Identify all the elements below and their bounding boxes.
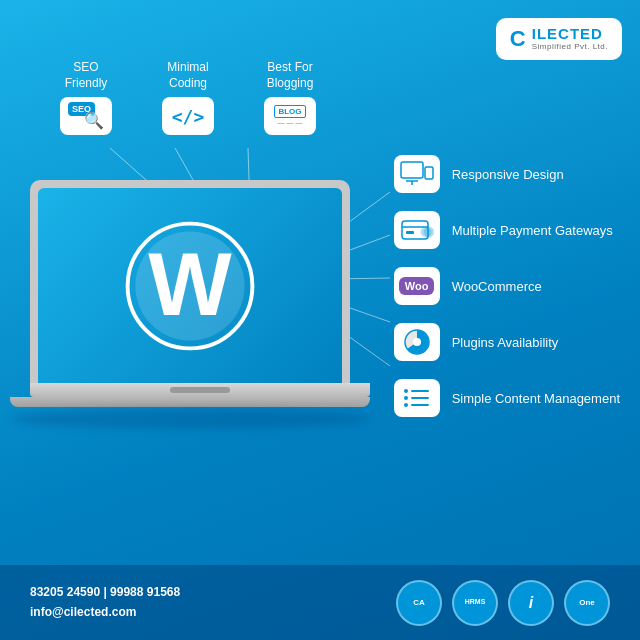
laptop-screen: W: [38, 188, 342, 383]
responsive-icon-box: [394, 155, 440, 193]
logo-text: ILECTED Simplified Pvt. Ltd.: [532, 26, 608, 51]
laptop-shadow: [10, 409, 370, 429]
logo-letter: C: [510, 26, 526, 52]
plugins-pie-icon: [402, 327, 432, 357]
right-feature-woo: Woo WooCommerce: [394, 267, 620, 305]
payment-label: Multiple Payment Gateways: [452, 223, 613, 238]
seo-icon: SEO 🔍: [68, 102, 104, 130]
cms-icon-box: [394, 379, 440, 417]
cms-label: Simple Content Management: [452, 391, 620, 406]
phone-number: 83205 24590 | 99988 91568: [30, 583, 376, 602]
plugins-icon-box: [394, 323, 440, 361]
woo-icon-box: Woo: [394, 267, 440, 305]
svg-point-19: [424, 227, 434, 237]
magnify-icon: 🔍: [84, 111, 104, 130]
logo-name: ILECTED: [532, 26, 608, 43]
svg-rect-17: [406, 231, 414, 234]
top-features: SEOFriendly SEO 🔍 MinimalCoding </> Best…: [60, 60, 316, 135]
plugins-label: Plugins Availability: [452, 335, 559, 350]
coding-icon-box: </>: [162, 97, 214, 135]
right-feature-plugins: Plugins Availability: [394, 323, 620, 361]
bottom-circles: CA HRMS i One: [396, 580, 610, 626]
laptop-container: W: [30, 180, 370, 429]
laptop-base: [30, 383, 370, 397]
payment-icon: [400, 217, 434, 243]
payment-icon-box: [394, 211, 440, 249]
list-icon: [404, 389, 429, 407]
badge-ca: CA: [396, 580, 442, 626]
svg-rect-11: [401, 162, 423, 178]
code-icon: </>: [172, 106, 205, 127]
svg-rect-12: [425, 167, 433, 179]
responsive-icon: [400, 161, 434, 187]
coding-label: MinimalCoding: [167, 60, 208, 91]
laptop-notch: [170, 387, 230, 393]
badge-one: One: [564, 580, 610, 626]
svg-point-21: [413, 338, 421, 346]
right-feature-responsive: Responsive Design: [394, 155, 620, 193]
top-feature-seo: SEOFriendly SEO 🔍: [60, 60, 112, 135]
blog-icon: BLOG — — —: [274, 105, 305, 128]
seo-icon-box: SEO 🔍: [60, 97, 112, 135]
bottom-bar: 83205 24590 | 99988 91568 info@cilected.…: [0, 565, 640, 640]
email-address: info@cilected.com: [30, 603, 376, 622]
right-features: Responsive Design Multiple Payment Gatew…: [394, 155, 620, 417]
seo-label: SEOFriendly: [65, 60, 108, 91]
right-feature-cms: Simple Content Management: [394, 379, 620, 417]
badge-hrms: HRMS: [452, 580, 498, 626]
woocommerce-icon: Woo: [399, 277, 435, 295]
top-feature-coding: MinimalCoding </>: [162, 60, 214, 135]
right-feature-payment: Multiple Payment Gateways: [394, 211, 620, 249]
blog-label: Best ForBlogging: [267, 60, 314, 91]
laptop-foot: [10, 397, 370, 407]
svg-text:W: W: [148, 234, 232, 333]
woo-label: WooCommerce: [452, 279, 542, 294]
top-feature-blog: Best ForBlogging BLOG — — —: [264, 60, 316, 135]
wordpress-logo: W: [125, 221, 255, 351]
responsive-label: Responsive Design: [452, 167, 564, 182]
logo-badge: C ILECTED Simplified Pvt. Ltd.: [496, 18, 622, 60]
laptop-screen-outer: W: [30, 180, 350, 383]
contact-info: 83205 24590 | 99988 91568 info@cilected.…: [30, 583, 376, 621]
logo-tagline: Simplified Pvt. Ltd.: [532, 43, 608, 52]
blog-icon-box: BLOG — — —: [264, 97, 316, 135]
badge-i: i: [508, 580, 554, 626]
